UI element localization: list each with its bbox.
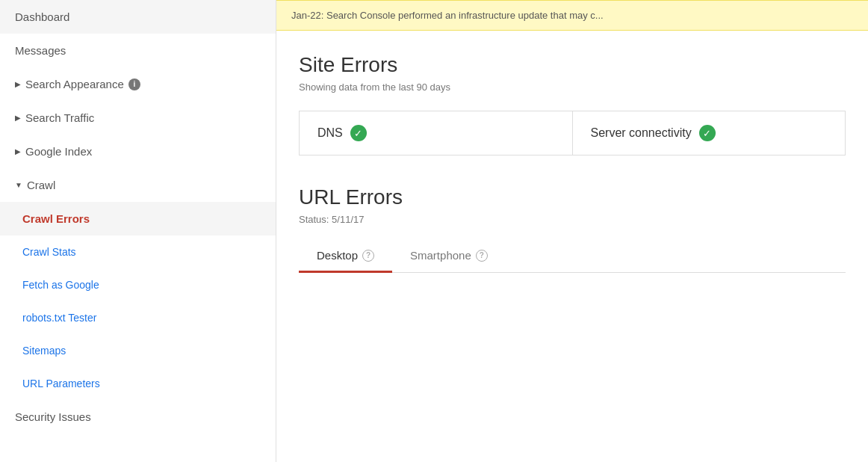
sidebar-item-fetch-as-google[interactable]: Fetch as Google xyxy=(0,268,276,301)
sidebar: Dashboard Messages ▶ Search Appearance i… xyxy=(0,0,276,462)
server-connectivity-card[interactable]: Server connectivity ✓ xyxy=(573,111,846,155)
arrow-down-icon: ▼ xyxy=(15,181,22,189)
notice-text: Jan-22: Search Console performed an infr… xyxy=(291,10,604,21)
tab-smartphone[interactable]: Smartphone ? xyxy=(392,240,506,273)
sidebar-item-search-traffic[interactable]: ▶ Search Traffic xyxy=(0,101,276,135)
sidebar-item-label: robots.txt Tester xyxy=(22,312,96,324)
dns-card[interactable]: DNS ✓ xyxy=(300,111,573,155)
sidebar-item-label: Search Appearance xyxy=(25,78,124,90)
arrow-right-icon: ▶ xyxy=(15,147,21,155)
url-errors-tabs: Desktop ? Smartphone ? xyxy=(299,240,846,273)
url-errors-status: Status: 5/11/17 xyxy=(299,214,846,225)
site-error-cards: DNS ✓ Server connectivity ✓ xyxy=(299,111,846,155)
sidebar-item-label: URL Parameters xyxy=(22,378,100,389)
main-content-area: Jan-22: Search Console performed an infr… xyxy=(276,0,868,462)
site-errors-subtitle: Showing data from the last 90 days xyxy=(299,81,846,93)
sidebar-item-crawl-stats[interactable]: Crawl Stats xyxy=(0,235,276,268)
sidebar-item-messages[interactable]: Messages xyxy=(0,34,276,67)
sidebar-item-crawl[interactable]: ▼ Crawl xyxy=(0,168,276,202)
notice-banner: Jan-22: Search Console performed an infr… xyxy=(276,0,868,31)
dns-check-icon: ✓ xyxy=(350,125,367,141)
sidebar-item-label: Google Index xyxy=(25,145,92,158)
sidebar-item-label: Messages xyxy=(15,44,66,57)
sidebar-item-dashboard[interactable]: Dashboard xyxy=(0,0,276,34)
url-errors-section: URL Errors Status: 5/11/17 Desktop ? Sma… xyxy=(299,185,846,273)
sidebar-item-label: Crawl Errors xyxy=(22,212,90,225)
sidebar-item-label: Crawl Stats xyxy=(22,246,76,258)
arrow-right-icon: ▶ xyxy=(15,114,21,122)
sidebar-item-label: Search Traffic xyxy=(25,111,94,124)
tab-desktop-label: Desktop xyxy=(317,249,358,262)
tab-desktop[interactable]: Desktop ? xyxy=(299,240,392,273)
tab-smartphone-label: Smartphone xyxy=(410,249,471,262)
site-errors-section: Site Errors Showing data from the last 9… xyxy=(299,53,846,155)
sidebar-item-label: Sitemaps xyxy=(22,345,66,357)
sidebar-item-security-issues[interactable]: Security Issues xyxy=(0,400,276,434)
sidebar-item-label: Crawl xyxy=(27,179,55,191)
sidebar-item-crawl-errors[interactable]: Crawl Errors xyxy=(0,202,276,235)
arrow-right-icon: ▶ xyxy=(15,80,21,88)
sidebar-item-sitemaps[interactable]: Sitemaps xyxy=(0,334,276,367)
server-check-icon: ✓ xyxy=(699,125,716,141)
sidebar-item-label: Dashboard xyxy=(15,10,69,23)
site-errors-title: Site Errors xyxy=(299,53,846,77)
desktop-help-icon: ? xyxy=(362,250,374,262)
sidebar-item-label: Security Issues xyxy=(15,410,91,423)
smartphone-help-icon: ? xyxy=(476,250,488,262)
sidebar-item-label: Fetch as Google xyxy=(22,279,99,291)
sidebar-item-google-index[interactable]: ▶ Google Index xyxy=(0,135,276,168)
sidebar-item-robots-txt[interactable]: robots.txt Tester xyxy=(0,301,276,334)
server-connectivity-label: Server connectivity xyxy=(591,126,692,140)
info-icon: i xyxy=(128,78,140,90)
sidebar-item-search-appearance[interactable]: ▶ Search Appearance i xyxy=(0,67,276,101)
sidebar-item-url-parameters[interactable]: URL Parameters xyxy=(0,367,276,400)
dns-label: DNS xyxy=(317,126,343,140)
url-errors-title: URL Errors xyxy=(299,185,846,209)
